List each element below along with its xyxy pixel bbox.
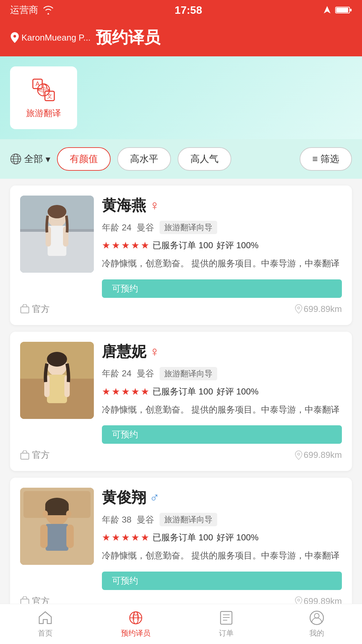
- nav-profile[interactable]: 我的: [272, 604, 362, 644]
- translator-list: 黄海燕 ♀ 年龄 24 曼谷 旅游翻译向导 ★ ★ ★ ★ ★: [0, 179, 362, 644]
- filter-popular-button[interactable]: 高人气: [178, 147, 231, 171]
- card-info-2: 唐慧妮 ♀ 年龄 24 曼谷 旅游翻译向导 ★ ★ ★ ★ ★: [102, 342, 342, 444]
- avail-badge-2[interactable]: 可预约: [102, 425, 342, 444]
- filter-looks-button[interactable]: 有颜值: [57, 147, 111, 171]
- card-info-1: 黄海燕 ♀ 年龄 24 曼谷 旅游翻译向导 ★ ★ ★ ★ ★: [102, 196, 342, 298]
- card-desc-3: 冷静慷慨，创意勤奋。 提供的服务项目。中泰导游，中泰翻译: [102, 549, 342, 563]
- profile-icon: [309, 610, 324, 626]
- filter-skill-button[interactable]: 高水平: [117, 147, 171, 171]
- svg-point-56: [134, 612, 137, 615]
- translator-photo-3: [20, 488, 94, 565]
- stars-1: ★ ★ ★ ★ ★: [102, 240, 149, 251]
- card-tags-2: 年龄 24 曼谷 旅游翻译向导: [102, 367, 342, 380]
- translate-icon: A 文: [30, 76, 57, 103]
- banner-card[interactable]: A 文 旅游翻译: [10, 66, 77, 129]
- nav-home-label: 首页: [38, 628, 53, 638]
- svg-rect-1: [336, 8, 348, 12]
- svg-rect-39: [40, 525, 48, 548]
- banner-label: 旅游翻译: [26, 107, 61, 119]
- nav-orders[interactable]: 订单: [181, 604, 272, 644]
- time-display: 17:58: [175, 4, 202, 16]
- filter-screen-button[interactable]: ≡ 筛选: [300, 147, 352, 171]
- translator-photo-2: [20, 342, 94, 419]
- screen-label: 筛选: [320, 153, 339, 165]
- nav-profile-label: 我的: [309, 628, 324, 638]
- translator-name-2: 唐慧妮 ♀: [102, 342, 342, 362]
- wifi-icon: [42, 5, 54, 15]
- location-icon-1: [295, 304, 302, 314]
- nav-translator[interactable]: 预约译员: [90, 604, 181, 644]
- svg-point-30: [47, 352, 67, 367]
- status-bar: 运营商 17:58: [0, 0, 362, 20]
- svg-rect-37: [45, 505, 69, 515]
- home-icon: [38, 610, 53, 626]
- globe-icon: [10, 153, 21, 165]
- translator-card-2[interactable]: 唐慧妮 ♀ 年龄 24 曼谷 旅游翻译向导 ★ ★ ★ ★ ★: [10, 332, 352, 471]
- status-left: 运营商: [10, 4, 54, 16]
- card-top-1: 黄海燕 ♀ 年龄 24 曼谷 旅游翻译向导 ★ ★ ★ ★ ★: [20, 196, 342, 298]
- official-icon-2: [20, 450, 29, 460]
- translator-name-3: 黄俊翔 ♂: [102, 488, 342, 507]
- distance-1: 699.89km: [295, 304, 342, 314]
- battery-icon: [335, 6, 352, 14]
- card-rating-1: ★ ★ ★ ★ ★ 已服务订单 100 好评 100%: [102, 239, 342, 251]
- pin-icon: [10, 32, 19, 43]
- page-title: 预约译员: [96, 27, 160, 48]
- svg-rect-2: [350, 9, 352, 11]
- svg-rect-27: [47, 375, 67, 403]
- banner-section: A 文 旅游翻译: [0, 56, 362, 139]
- screen-icon: ≡: [312, 154, 318, 164]
- distance-2: 699.89km: [295, 450, 342, 460]
- location-icon-2: [295, 450, 302, 460]
- header-location[interactable]: KaronMueang P...: [10, 32, 90, 43]
- gender-icon-1: ♀: [149, 198, 160, 213]
- svg-point-62: [314, 613, 319, 618]
- location-text: KaronMueang P...: [21, 33, 90, 43]
- card-desc-2: 冷静慷慨，创意勤奋。 提供的服务项目。中泰导游，中泰翻译: [102, 403, 342, 417]
- nav-home[interactable]: 首页: [0, 604, 90, 644]
- card-top-3: 黄俊翔 ♂ 年龄 38 曼谷 旅游翻译向导 ★ ★ ★ ★ ★: [20, 488, 342, 590]
- all-label: 全部: [24, 153, 43, 165]
- card-footer-1: 官方 699.89km: [20, 303, 342, 315]
- avail-badge-3[interactable]: 可预约: [102, 572, 342, 590]
- nav-orders-label: 订单: [219, 628, 234, 638]
- card-footer-2: 官方 699.89km: [20, 449, 342, 461]
- status-right: [322, 5, 352, 15]
- translator-card-3[interactable]: 黄俊翔 ♂ 年龄 38 曼谷 旅游翻译向导 ★ ★ ★ ★ ★: [10, 478, 352, 617]
- bottom-nav: 首页 预约译员 订单 我的: [0, 604, 362, 644]
- translator-name-1: 黄海燕 ♀: [102, 196, 342, 215]
- official-badge-2: 官方: [20, 449, 50, 461]
- location-service-icon: [322, 5, 332, 15]
- dropdown-icon: ▾: [46, 154, 50, 165]
- card-tags-3: 年龄 38 曼谷 旅游翻译向导: [102, 513, 342, 526]
- header: KaronMueang P... 预约译员: [0, 20, 362, 56]
- svg-point-41: [43, 511, 48, 517]
- gender-icon-2: ♀: [149, 344, 160, 359]
- card-rating-2: ★ ★ ★ ★ ★ 已服务订单 100 好评 100%: [102, 386, 342, 397]
- official-icon-1: [20, 304, 29, 314]
- avail-badge-1[interactable]: 可预约: [102, 279, 342, 298]
- carrier-text: 运营商: [10, 4, 38, 16]
- translator-photo-1: [20, 196, 94, 273]
- stars-2: ★ ★ ★ ★ ★: [102, 386, 149, 397]
- svg-point-42: [66, 511, 71, 517]
- translator-card-1[interactable]: 黄海燕 ♀ 年龄 24 曼谷 旅游翻译向导 ★ ★ ★ ★ ★: [10, 185, 352, 325]
- card-tags-1: 年龄 24 曼谷 旅游翻译向导: [102, 221, 342, 234]
- card-rating-3: ★ ★ ★ ★ ★ 已服务订单 100 好评 100%: [102, 532, 342, 543]
- orders-icon: [219, 610, 234, 626]
- card-top-2: 唐慧妮 ♀ 年龄 24 曼谷 旅游翻译向导 ★ ★ ★ ★ ★: [20, 342, 342, 444]
- card-desc-1: 冷静慷慨，创意勤奋。 提供的服务项目。中泰导游，中泰翻译: [102, 257, 342, 271]
- official-badge-1: 官方: [20, 303, 50, 315]
- card-info-3: 黄俊翔 ♂ 年龄 38 曼谷 旅游翻译向导 ★ ★ ★ ★ ★: [102, 488, 342, 590]
- translator-nav-icon: [128, 610, 143, 626]
- svg-rect-38: [46, 524, 68, 551]
- nav-translator-label: 预约译员: [121, 628, 150, 638]
- svg-rect-31: [21, 453, 29, 459]
- filter-all-button[interactable]: 全部 ▾: [10, 153, 50, 165]
- stars-3: ★ ★ ★ ★ ★: [102, 532, 149, 543]
- gender-icon-3: ♂: [149, 490, 160, 505]
- svg-rect-40: [66, 525, 74, 548]
- svg-point-22: [48, 205, 66, 218]
- svg-rect-23: [21, 307, 29, 313]
- filter-bar: 全部 ▾ 有颜值 高水平 高人气 ≡ 筛选: [0, 139, 362, 179]
